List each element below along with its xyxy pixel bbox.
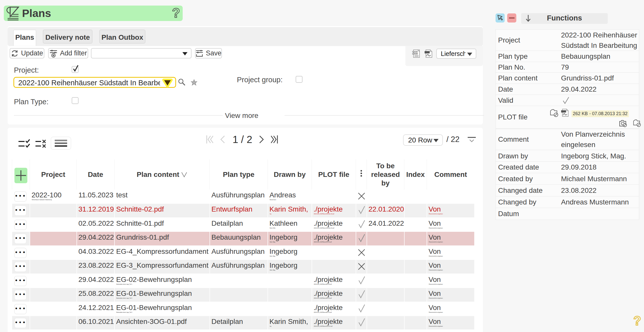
svg-text:CSV: CSV [412, 51, 418, 54]
svg-text:?: ? [172, 6, 180, 20]
svg-text:?: ? [633, 315, 641, 328]
